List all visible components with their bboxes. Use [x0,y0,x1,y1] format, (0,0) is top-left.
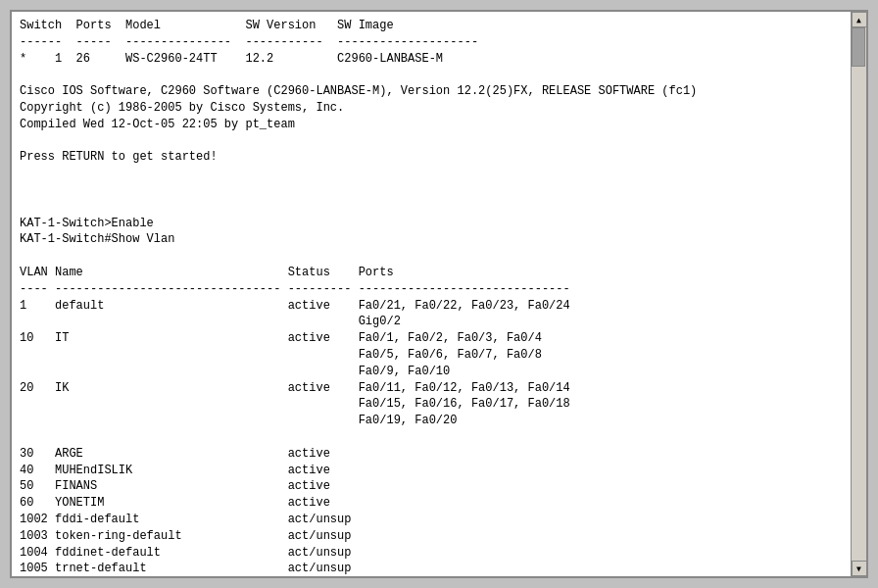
scrollbar-up-arrow[interactable]: ▲ [852,12,867,27]
terminal-window: Switch Ports Model SW Version SW Image -… [10,10,868,578]
scrollbar-track [852,27,866,561]
terminal-text[interactable]: Switch Ports Model SW Version SW Image -… [12,12,851,576]
scrollbar-thumb[interactable] [852,27,865,67]
scrollbar-down-arrow[interactable]: ▼ [852,561,867,576]
scrollbar[interactable]: ▲ ▼ [851,12,866,576]
terminal-content: Switch Ports Model SW Version SW Image -… [12,12,866,576]
